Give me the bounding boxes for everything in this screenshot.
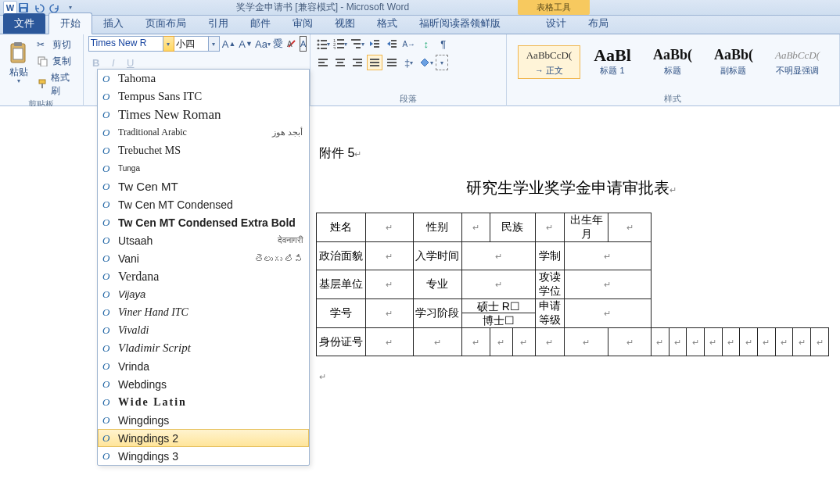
font-list-item[interactable]: OVijaya	[98, 285, 309, 303]
cell-name-label[interactable]: 姓名	[317, 213, 366, 242]
cell-degree-label[interactable]: 攻读学位	[535, 270, 564, 299]
bullets-button[interactable]: ▾	[315, 36, 331, 52]
cell-name-value[interactable]: ↵	[365, 213, 413, 242]
font-list-item[interactable]: OWingdings	[98, 411, 309, 429]
show-marks-button[interactable]: ¶	[436, 36, 451, 52]
font-list-item[interactable]: OTrebuchet MS	[98, 141, 309, 159]
numbering-button[interactable]: 123▾	[332, 36, 348, 52]
cell-major-label[interactable]: 专业	[413, 270, 462, 299]
bold-button[interactable]: B	[88, 55, 104, 70]
table-row-3[interactable]: 基层单位 ↵ 专业 ↵ 攻读学位 ↵	[317, 270, 829, 299]
cell-birth-value[interactable]: ↵	[608, 213, 652, 242]
font-list-item[interactable]: OTw Cen MT Condensed	[98, 195, 309, 213]
line-spacing-button[interactable]: ‡▾	[401, 55, 417, 70]
style-item[interactable]: AaBb(标题	[644, 45, 701, 79]
font-list-item[interactable]: OWingdings 2	[98, 429, 309, 447]
cell-id-value[interactable]: ↵	[365, 299, 413, 328]
tab-foxit[interactable]: 福昕阅读器领鲜版	[408, 13, 512, 34]
align-right-button[interactable]	[350, 55, 365, 70]
cell-ethnic-value[interactable]: ↵	[535, 213, 564, 242]
font-list-item[interactable]: OTempus Sans ITC	[98, 88, 309, 105]
style-item[interactable]: AaBb(副标题	[705, 45, 762, 79]
font-list-item[interactable]: OWebdings	[98, 375, 309, 393]
tab-home[interactable]: 开始	[48, 13, 92, 34]
font-list-item[interactable]: OVivaldi	[98, 321, 309, 339]
ltr-button[interactable]: A→	[401, 36, 417, 52]
style-item[interactable]: AaBbCcD(不明显强调	[766, 45, 828, 79]
cell-unit-label[interactable]: 基层单位	[317, 270, 366, 299]
style-item[interactable]: AaBbCcD(→ 正文	[518, 45, 581, 79]
cell-political-value[interactable]: ↵	[365, 242, 413, 270]
cell-gender-label[interactable]: 性别	[413, 213, 462, 242]
cell-schoolsys-label[interactable]: 学制	[535, 242, 564, 270]
cell-political-label[interactable]: 政治面貌	[317, 242, 366, 270]
tab-review[interactable]: 审阅	[282, 13, 324, 34]
tab-references[interactable]: 引用	[197, 13, 239, 34]
table-row-1[interactable]: 姓名 ↵ 性别 ↵ 民族 ↵ 出生年月 ↵	[317, 213, 829, 242]
justify-button[interactable]	[367, 55, 382, 70]
cell-phase-label[interactable]: 学习阶段	[413, 299, 462, 328]
font-list-item[interactable]: OVaniతెలుగు లిపి	[98, 249, 309, 267]
font-list-item[interactable]: OUtsaahदेवनागरी	[98, 231, 309, 249]
font-list-item[interactable]: OViner Hand ITC	[98, 303, 309, 321]
cell-degree-value[interactable]: ↵	[564, 270, 651, 299]
style-item[interactable]: AaBl标题 1	[585, 45, 640, 79]
phonetic-button[interactable]: 愛	[272, 36, 284, 52]
cell-level-value[interactable]: ↵	[564, 299, 651, 328]
undo-icon[interactable]	[33, 2, 45, 14]
font-list-item[interactable]: OVerdana	[98, 267, 309, 285]
shading-button[interactable]: ▾	[418, 55, 434, 70]
underline-button[interactable]: U	[123, 55, 138, 70]
save-icon[interactable]	[17, 2, 30, 14]
cell-gender-value[interactable]: ↵	[462, 213, 490, 242]
sort-button[interactable]: ↕	[418, 36, 434, 52]
paste-button[interactable]: 粘贴 ▾	[5, 36, 34, 98]
paper[interactable]: 附件 5↵ 研究生学业奖学金申请审批表↵ 姓名 ↵ 性别 ↵ 民族 ↵ 出生年月…	[313, 106, 829, 382]
copy-button[interactable]: 复制	[35, 54, 78, 69]
format-painter-button[interactable]: 格式刷	[35, 70, 78, 98]
cell-major-value[interactable]: ↵	[462, 270, 536, 299]
cell-unit-value[interactable]: ↵	[365, 270, 413, 299]
font-list-item[interactable]: OTraditional Arabicأبجد هوز	[98, 123, 309, 141]
align-left-button[interactable]	[315, 55, 331, 70]
font-name-dropdown-button[interactable]: ▾	[163, 36, 174, 52]
borders-button[interactable]: ▾	[436, 55, 448, 70]
cell-idcard-label[interactable]: 身份证号	[317, 328, 366, 356]
tab-insert[interactable]: 插入	[92, 13, 135, 34]
font-list-item[interactable]: OVladimir Script	[98, 339, 309, 357]
cut-button[interactable]: ✂ 剪切	[35, 38, 78, 52]
tab-view[interactable]: 视图	[324, 13, 366, 34]
grow-font-button[interactable]: A▲	[221, 36, 237, 52]
font-list-item[interactable]: OWide Latin	[98, 393, 309, 411]
clear-formatting-button[interactable]: A	[285, 36, 298, 52]
multilevel-button[interactable]: ▾	[350, 36, 365, 52]
tab-file[interactable]: 文件	[3, 13, 45, 34]
font-list-item[interactable]: OTimes New Roman	[98, 105, 309, 123]
shrink-font-button[interactable]: A▼	[238, 36, 253, 52]
font-size-input[interactable]: 小四	[174, 36, 209, 52]
align-center-button[interactable]	[332, 55, 348, 70]
cell-enroll-label[interactable]: 入学时间	[413, 242, 462, 270]
paste-dd-icon[interactable]: ▾	[17, 77, 20, 84]
cell-id-label[interactable]: 学号	[317, 299, 366, 328]
font-list-item[interactable]: OTw Cen MT	[98, 177, 309, 195]
cell-master-opt[interactable]: 硕士 R☐	[462, 299, 535, 313]
decrease-indent-button[interactable]	[367, 36, 382, 52]
distributed-button[interactable]	[384, 55, 400, 70]
tab-page-layout[interactable]: 页面布局	[135, 13, 197, 34]
font-list-item[interactable]: OVrinda	[98, 357, 309, 375]
font-list[interactable]: OTahomaOTempus Sans ITCOTimes New RomanO…	[98, 70, 309, 465]
font-list-item[interactable]: OTahoma	[98, 70, 309, 88]
font-name-input[interactable]: Times New R	[88, 36, 163, 52]
font-list-item[interactable]: OTunga	[98, 159, 309, 177]
cell-phase-value[interactable]: 硕士 R☐ 博士☐	[462, 299, 536, 328]
table-row-5[interactable]: 身份证号 ↵↵↵↵↵↵↵↵↵↵↵↵↵↵↵↵↵↵	[317, 328, 829, 356]
table-row-2[interactable]: 政治面貌 ↵ 入学时间 ↵ 学制 ↵	[317, 242, 829, 270]
character-border-button[interactable]: A	[300, 36, 307, 52]
increase-indent-button[interactable]	[384, 36, 400, 52]
tab-mailings[interactable]: 邮件	[239, 13, 282, 34]
tab-format[interactable]: 格式	[366, 13, 408, 34]
cell-schoolsys-value[interactable]: ↵	[564, 242, 651, 270]
cell-enroll-value[interactable]: ↵	[462, 242, 536, 270]
cell-phd-opt[interactable]: 博士☐	[462, 313, 535, 327]
